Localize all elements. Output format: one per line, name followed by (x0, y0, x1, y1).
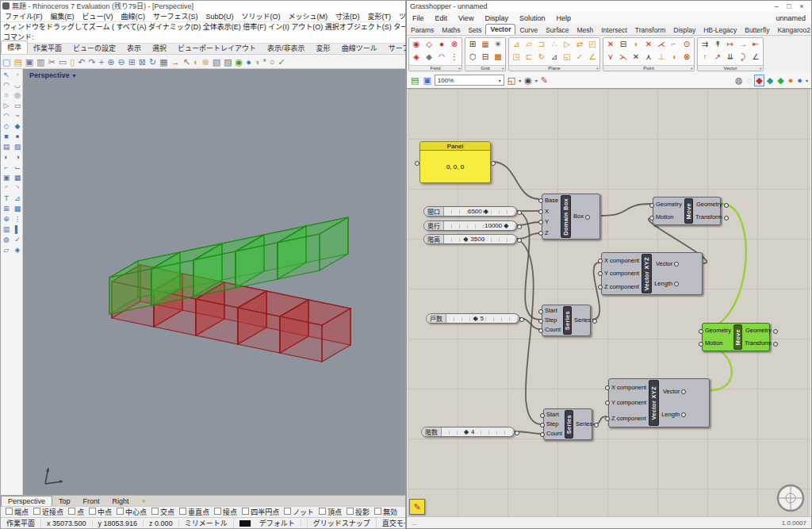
point-pull-icon[interactable]: ◖ (668, 52, 680, 63)
menu-edit[interactable]: Edit (430, 14, 454, 22)
gumball-icon[interactable]: ⊕ (2, 214, 11, 224)
output-port-box[interactable]: Box (573, 213, 584, 220)
boolean-icon[interactable]: ◐ (2, 152, 11, 162)
point-cyl-icon[interactable]: ⋎ (605, 52, 616, 63)
properties-icon[interactable]: ▨ (222, 56, 233, 68)
field-curve-icon[interactable]: ◠ (436, 52, 447, 63)
category-tab[interactable]: Sets (464, 25, 485, 35)
grid-tri-icon[interactable]: ✳ (492, 39, 504, 50)
category-tab[interactable]: Butterfly (741, 25, 773, 35)
ortho-toggle[interactable]: 直交モード (377, 518, 405, 528)
input-port-start[interactable]: Start (545, 307, 561, 314)
dimension-icon[interactable]: ⊿ (13, 194, 22, 203)
rhino-menu-item[interactable]: ソリッド(O) (237, 11, 284, 21)
number-slider-2[interactable]: 奥行10000◆ (423, 220, 517, 231)
osnap-toggle[interactable]: 端点 (6, 507, 29, 517)
surface-tools-icon[interactable]: ◝ (13, 183, 22, 193)
zoom-extents-icon[interactable]: ⊠ (137, 56, 147, 68)
rhino-toolbar-tab[interactable]: 曲線ツール (336, 42, 383, 54)
fillet-icon[interactable]: ⌐ (2, 163, 11, 172)
rhino-menu-item[interactable]: SubD(U) (201, 13, 237, 21)
point-icon[interactable]: ◦ (13, 70, 22, 79)
ellipse-icon[interactable]: ◎ (13, 90, 22, 100)
undo-icon[interactable]: ↶ (76, 56, 86, 68)
slider-rail[interactable]: 3500◆ (444, 235, 516, 243)
field-point-icon[interactable]: ◈ (411, 52, 422, 63)
rhino-menu-item[interactable]: 曲線(C) (117, 11, 150, 21)
sweep-icon[interactable]: ◆ (13, 121, 22, 131)
input-port-geometry[interactable]: Geometry (705, 327, 731, 334)
output-port-vector[interactable]: Vector (663, 388, 680, 395)
vector-unit-y-icon[interactable]: ↑ (699, 52, 710, 63)
maximize-button[interactable]: □ (783, 2, 795, 10)
point-construct-icon[interactable]: ✕ (605, 39, 616, 50)
array-icon[interactable]: ▩ (13, 204, 22, 213)
category-tab[interactable]: Params (407, 25, 438, 35)
chevron-down-icon[interactable]: ▾ (806, 78, 808, 83)
category-tab[interactable]: Curve (515, 25, 542, 35)
render-icon[interactable]: ● (244, 56, 253, 68)
input-port-motion[interactable]: Motion (656, 213, 682, 220)
component-label-bar[interactable]: Domain Box (561, 195, 571, 238)
select-icon[interactable]: ↖ (182, 56, 192, 68)
redo-icon[interactable]: ↷ (87, 56, 98, 68)
plane-line-icon[interactable]: ∠ (587, 52, 598, 63)
category-tab[interactable]: HB-Legacy (699, 25, 741, 35)
grid-icon[interactable]: ▦ (158, 56, 169, 68)
group-expand-button[interactable]: + (458, 66, 461, 71)
new-file-icon[interactable]: ▢ (1, 56, 12, 68)
field-merge-icon[interactable]: ◆ (423, 52, 435, 63)
component-series-bottom[interactable]: StartStepCountSeriesSeries (543, 408, 592, 440)
category-tab[interactable]: Mesh (573, 25, 597, 35)
cut-icon[interactable]: ✂ (47, 56, 57, 68)
point-polar-icon[interactable]: ⋋ (618, 52, 629, 63)
osnap-toggle[interactable]: 交点 (151, 507, 174, 517)
slider-rail[interactable]: 10000◆ (444, 221, 516, 230)
osnap-toggle[interactable]: 近接点 (33, 507, 63, 517)
plane-rotate-icon[interactable]: ↻ (536, 52, 547, 63)
input-port-base[interactable]: Base (545, 197, 558, 204)
viewport-tab-top[interactable]: Top (52, 496, 77, 506)
menu-view[interactable]: View (453, 14, 479, 22)
component-vector-xyz-bottom[interactable]: X componentY componentZ componentVector … (608, 378, 710, 427)
osnap-toggle[interactable]: 投影 (347, 507, 370, 517)
point-project-icon[interactable]: ⌐ (668, 39, 680, 50)
zoom-in-icon[interactable]: ⊕ (105, 56, 116, 68)
chevron-down-icon[interactable]: ▾ (519, 78, 521, 83)
point-oriented-icon[interactable]: ⊥ (656, 52, 667, 63)
rhino-menu-item[interactable]: 寸法(D) (331, 11, 364, 21)
panel-title[interactable]: Panel (420, 142, 490, 151)
render-settings-icon[interactable]: ● (796, 75, 803, 85)
cplane-button[interactable]: 作業平面 (1, 518, 41, 528)
gem-icon[interactable]: ◈ (13, 245, 22, 255)
input-port-y-component[interactable]: Y component (611, 399, 646, 406)
slider-handle[interactable]: ◆ (464, 427, 469, 437)
copy-icon[interactable]: ▭ (57, 56, 68, 68)
output-port-transform[interactable]: Transform (745, 339, 772, 347)
component-series-top[interactable]: StartStepCountSeriesSeries (542, 305, 591, 336)
grasshopper-canvas[interactable]: BaseXYZDomain BoxBoxGeometryMotionMoveGe… (408, 89, 810, 516)
output-port-vector[interactable]: Vector (656, 260, 672, 267)
preview-off-icon[interactable]: ◍ (734, 75, 744, 86)
vector-amplitude-icon[interactable]: ↦ (725, 39, 736, 50)
plane-flip-icon[interactable]: ⇄ (574, 39, 585, 50)
component-move-top[interactable]: GeometryMotionMoveGeometryTransform (653, 197, 721, 225)
rhino-toolbar-tab[interactable]: 選択 (147, 42, 172, 54)
options-icon[interactable]: * (262, 56, 268, 68)
rectangle-icon[interactable]: ▭ (13, 101, 22, 110)
zoom-window-icon[interactable]: ⊞ (127, 56, 137, 68)
rhino-toolbar-tab[interactable]: 作業平面 (28, 42, 67, 54)
panel-component[interactable]: Panel0, 0, 0 (419, 141, 491, 183)
category-tab[interactable]: Transform (631, 25, 669, 35)
input-port-x[interactable]: X (545, 208, 558, 215)
input-port-z-component[interactable]: Z component (604, 283, 639, 290)
shade-icon[interactable]: ◑ (253, 56, 262, 68)
output-port-series[interactable]: Series (576, 420, 592, 427)
slider-rail[interactable]: 4◆ (442, 427, 514, 436)
freeform-icon[interactable]: ~ (13, 111, 22, 121)
vector-rotate-icon[interactable]: ⤸ (737, 52, 749, 63)
layer-icon[interactable]: ▧ (211, 56, 222, 68)
component-label-bar[interactable]: Vector XYZ (642, 254, 652, 293)
component-vector-xyz-top[interactable]: X componentY componentZ componentVector … (601, 252, 703, 295)
zoom-select[interactable]: 100% ▾ (435, 75, 504, 86)
